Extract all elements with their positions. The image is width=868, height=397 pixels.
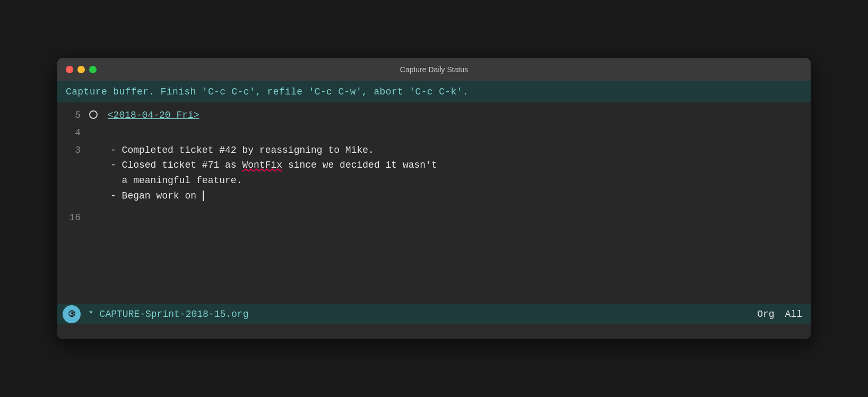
titlebar: Capture Daily Status: [57, 58, 811, 81]
line-content-3: - Completed ticket #42 by reassigning to…: [110, 143, 811, 204]
bullet-line-4: - Began work on: [110, 188, 811, 204]
mini-bar: [57, 324, 811, 339]
status-badge: ③: [63, 305, 81, 323]
editor-line-4: 4: [57, 124, 811, 142]
line-number-5: 5: [57, 108, 89, 123]
status-mode: Org: [747, 309, 785, 320]
circle-bullet: [89, 110, 98, 119]
line-number-4: 4: [57, 125, 89, 141]
capture-bar-text: Capture buffer. Finish 'C-c C-c', refile…: [66, 87, 468, 97]
minimize-button[interactable]: [77, 66, 85, 73]
maximize-button[interactable]: [89, 66, 97, 73]
text-cursor: [203, 191, 204, 201]
status-filename: * CAPTURE-Sprint-2018-15.org: [86, 309, 747, 320]
bullet-line-3: a meaningful feature.: [110, 173, 811, 188]
editor-line-16: 16: [57, 209, 811, 227]
capture-bar: Capture buffer. Finish 'C-c C-c', refile…: [57, 81, 811, 102]
line-number-16: 16: [57, 210, 89, 226]
line-content-5: <2018-04-20 Fri>: [89, 108, 811, 123]
date-heading: <2018-04-20 Fri>: [108, 110, 199, 120]
wontfix-text: WontFix: [242, 160, 282, 170]
window-title: Capture Daily Status: [400, 65, 468, 74]
status-bar: ③ * CAPTURE-Sprint-2018-15.org Org All: [57, 304, 811, 324]
close-button[interactable]: [66, 66, 73, 73]
editor-line-3: 3 - Completed ticket #42 by reassigning …: [57, 142, 811, 205]
editor-line-5: 5 <2018-04-20 Fri>: [57, 107, 811, 124]
status-position: All: [785, 309, 811, 320]
line-number-3: 3: [57, 143, 89, 158]
emacs-window: Capture Daily Status Capture buffer. Fin…: [57, 58, 811, 339]
bullet-line-2: - Closed ticket #71 as WontFix since we …: [110, 158, 811, 173]
traffic-lights: [66, 66, 97, 73]
editor-area[interactable]: 5 <2018-04-20 Fri> 4 3 - Completed ticke…: [57, 102, 811, 304]
bullet-line-1: - Completed ticket #42 by reassigning to…: [110, 143, 811, 158]
